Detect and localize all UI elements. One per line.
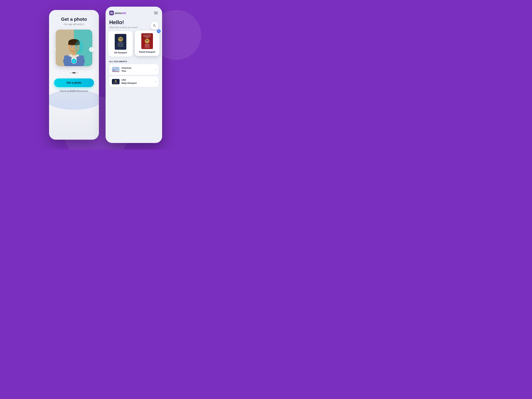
american-visa-name-line1: American [121, 66, 155, 70]
svg-rect-28 [116, 68, 119, 68]
page-subtitle: Our app will verify it [64, 23, 84, 25]
american-visa-item[interactable]: American Visa › [109, 64, 158, 75]
menu-line-2 [154, 13, 158, 13]
american-visa-name-line2: Visa [121, 70, 155, 72]
american-visa-text: American Visa [121, 66, 155, 72]
us-passport-card[interactable]: 🦅 PASSPORT United States of America US P… [108, 31, 133, 57]
selected-check-badge [156, 29, 161, 34]
passport-document-icon [112, 79, 120, 84]
visa-document-icon [112, 67, 120, 72]
right-phone-screen: photoAiD Hello! What kind of photo you n… [106, 7, 162, 143]
menu-line-3 [154, 14, 158, 14]
app-header: photoAiD [106, 7, 162, 18]
wave-decoration [49, 90, 99, 110]
svg-rect-35 [113, 83, 118, 83]
logo-text: photoAiD [115, 12, 126, 14]
logo: photoAiD [109, 11, 126, 15]
usa-baby-passport-arrow: › [155, 80, 156, 83]
left-phone-screen: Get a photo Our app will verify it ‹ [49, 10, 99, 140]
menu-button[interactable] [153, 11, 158, 15]
usa-baby-passport-item[interactable]: USA Baby Passport › [109, 76, 158, 87]
svg-point-15 [72, 47, 72, 47]
dot-1[interactable] [70, 72, 71, 74]
camera-icon [110, 12, 113, 14]
get-photo-button[interactable]: Get a photo [54, 78, 94, 87]
documents-section: ALL DOCUMENTS [106, 59, 162, 143]
polish-passport-image: UNIA EUROPEJSKA RZECZPOSPOLITA POLSKA 🦅 … [141, 33, 153, 49]
logo-icon [109, 11, 114, 15]
screens-container: Get a photo Our app will verify it ‹ [49, 7, 162, 143]
svg-rect-30 [116, 69, 118, 69]
us-passport-label: US Passport [114, 51, 127, 54]
usa-baby-passport-icon [112, 79, 120, 84]
polish-passport-card[interactable]: UNIA EUROPEJSKA RZECZPOSPOLITA POLSKA 🦅 … [135, 31, 159, 56]
svg-point-17 [75, 40, 83, 54]
us-passport-image: 🦅 PASSPORT United States of America [115, 34, 126, 50]
american-visa-icon [112, 67, 120, 72]
svg-point-26 [113, 68, 114, 69]
dot-3[interactable] [77, 72, 78, 74]
svg-rect-36 [114, 83, 118, 83]
documents-section-title: ALL DOCUMENTS [109, 61, 158, 63]
svg-rect-31 [112, 71, 119, 72]
passport-cards-section: 🦅 PASSPORT United States of America US P… [106, 31, 162, 59]
svg-line-22 [155, 26, 156, 27]
polish-passport-label: Polish Passport [139, 51, 155, 53]
svg-point-19 [111, 13, 112, 14]
dot-2[interactable] [72, 72, 76, 74]
us-eagle-icon: 🦅 [118, 37, 123, 42]
usa-baby-passport-text: USA Baby Passport [121, 78, 155, 84]
search-icon [153, 24, 156, 27]
carousel-dots [70, 72, 78, 74]
verification-badge [71, 58, 77, 64]
usa-baby-passport-name-line2: Baby Passport [121, 82, 155, 85]
american-visa-arrow: › [155, 68, 156, 71]
svg-rect-20 [111, 12, 112, 13]
search-button[interactable] [151, 22, 158, 30]
svg-point-34 [115, 80, 116, 81]
usa-baby-passport-name-line1: USA [121, 78, 155, 82]
svg-rect-29 [116, 68, 118, 69]
photo-frame [56, 30, 92, 66]
page-title: Get a photo [61, 17, 87, 22]
next-arrow[interactable]: › [89, 47, 94, 52]
svg-rect-27 [113, 69, 115, 69]
menu-line-1 [154, 12, 158, 12]
